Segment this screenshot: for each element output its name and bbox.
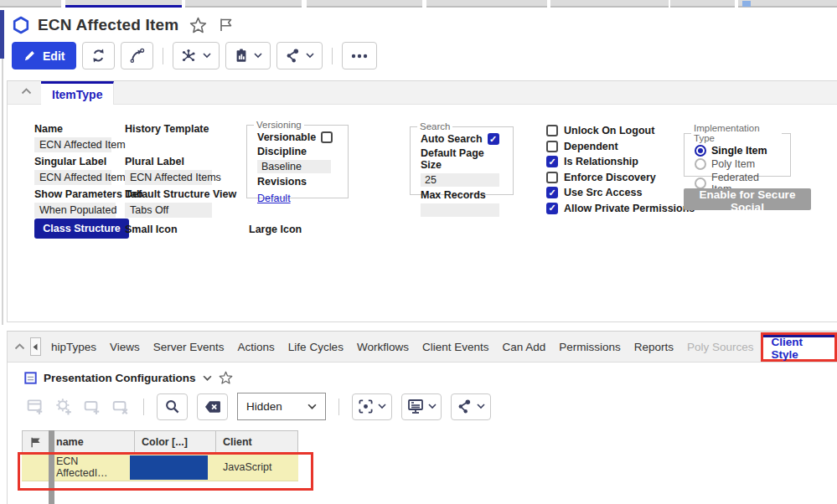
column-header-client[interactable]: Client	[216, 430, 298, 454]
top-tab[interactable]	[550, 0, 669, 8]
column-header-name[interactable]: name	[49, 430, 135, 454]
allow-private-permissions-checkbox[interactable]	[546, 203, 558, 214]
field-small-icon: Small Icon	[125, 224, 178, 235]
toolbar-separator	[338, 399, 339, 415]
discipline-value[interactable]: Baseline	[257, 160, 331, 173]
class-structure-button[interactable]: Class Structure	[34, 219, 129, 239]
field-name: Name ECN Affected Item	[34, 123, 111, 152]
row-color-cell[interactable]	[135, 454, 216, 481]
left-accent-bar	[0, 10, 4, 59]
federated-item-radio[interactable]	[695, 177, 706, 189]
toolbar-separator	[332, 48, 333, 64]
row-client-cell[interactable]: JavaScript	[216, 454, 298, 481]
tab-workflows[interactable]: Workflows	[350, 341, 416, 353]
more-actions-button[interactable]	[342, 42, 377, 69]
color-swatch	[130, 455, 208, 480]
top-tab[interactable]	[185, 0, 302, 8]
radio-row: Poly Item	[695, 158, 782, 170]
flag-column-header[interactable]	[22, 430, 49, 454]
clear-search-button[interactable]	[197, 393, 228, 420]
form-tab-strip: ItemType	[8, 81, 837, 105]
reports-menu-button[interactable]	[225, 42, 271, 69]
tab-scroll-left-button[interactable]	[30, 337, 41, 356]
tab-relationshiptypes[interactable]: hipTypes	[44, 341, 103, 353]
structure-view-value[interactable]: Tabs Off	[125, 203, 212, 218]
tab-reports[interactable]: Reports	[628, 341, 680, 353]
unlock-on-logout-checkbox[interactable]	[546, 125, 558, 136]
max-records-value[interactable]	[421, 203, 499, 217]
display-menu-button[interactable]	[401, 393, 442, 420]
field-plural-label: Plural Label ECN Affected Items	[125, 156, 212, 185]
structure-menu-button[interactable]	[173, 42, 220, 69]
itemtype-form-pane: ItemType Name ECN Affected Item History …	[7, 80, 837, 322]
collapse-relationships-chevron-up-icon[interactable]	[14, 343, 25, 350]
top-tab[interactable]	[426, 0, 547, 8]
relationships-pane: hipTypes Views Server Events Actions Lif…	[7, 331, 837, 504]
use-src-access-checkbox[interactable]	[546, 187, 558, 198]
tab-poly-sources[interactable]: Poly Sources	[680, 341, 761, 353]
top-tab[interactable]	[0, 0, 61, 8]
collapse-form-chevron-up-icon[interactable]	[21, 88, 32, 95]
tab-views[interactable]: Views	[103, 341, 147, 353]
toolbar-separator	[163, 48, 163, 64]
chevron-down-icon	[477, 404, 485, 409]
promote-button[interactable]	[121, 42, 153, 69]
chevron-down-icon	[203, 53, 211, 59]
is-relationship-checkbox[interactable]	[546, 156, 558, 167]
tab-server-events[interactable]: Server Events	[147, 341, 231, 353]
page-title: ECN Affected Item	[38, 16, 178, 34]
revisions-default-link[interactable]: Default	[257, 193, 291, 204]
configure-grid-button[interactable]	[54, 398, 74, 415]
hidden-filter-select[interactable]: Hidden	[237, 393, 326, 420]
enable-secure-social-button[interactable]: Enable for Secure Social	[684, 188, 811, 210]
column-header-color[interactable]: Color [...]	[135, 430, 216, 454]
tab-can-add[interactable]: Can Add	[495, 341, 552, 353]
delete-row-button[interactable]	[111, 398, 131, 415]
edit-button[interactable]: Edit	[12, 42, 76, 69]
poly-item-radio[interactable]	[695, 158, 706, 170]
name-value[interactable]: ECN Affected Item	[34, 137, 111, 152]
single-item-radio[interactable]	[695, 145, 706, 157]
item-header: ECN Affected Item	[12, 16, 235, 34]
tab-actions[interactable]: Actions	[231, 341, 282, 353]
flag-icon[interactable]	[218, 17, 235, 33]
tab-life-cycles[interactable]: Life Cycles	[282, 341, 350, 353]
grid-data-row[interactable]: ECN AffectedI… JavaScript	[22, 454, 298, 481]
row-name-cell[interactable]: ECN AffectedI…	[49, 454, 135, 481]
field-default-structure-view: Default Structure View Tabs Off	[125, 188, 236, 218]
default-page-size-value[interactable]: 25	[421, 173, 499, 187]
top-tab-active[interactable]	[65, 0, 182, 8]
row-flag-cell[interactable]	[22, 454, 49, 481]
show-parameters-value[interactable]: When Populated	[34, 203, 116, 218]
grid-title-chevron-down-icon[interactable]	[203, 375, 212, 382]
tab-client-style[interactable]: Client Style	[763, 335, 834, 359]
select-mode-menu-button[interactable]	[352, 393, 392, 420]
enforce-discovery-checkbox[interactable]	[546, 172, 558, 183]
add-row-button[interactable]	[26, 398, 45, 415]
add-related-button[interactable]	[83, 398, 102, 415]
tab-permissions[interactable]: Permissions	[552, 341, 628, 353]
singular-value[interactable]: ECN Affected Item	[34, 170, 111, 185]
top-tab[interactable]	[738, 0, 837, 8]
top-tab-favicon	[742, 1, 751, 7]
versioning-group: Versioning Versionable Discipline Baseli…	[246, 120, 349, 198]
auto-search-checkbox[interactable]	[488, 133, 499, 145]
versionable-checkbox[interactable]	[321, 131, 333, 143]
tab-client-events[interactable]: Client Events	[416, 341, 496, 353]
run-search-button[interactable]	[157, 393, 188, 420]
field-singular-label: Singular Label ECN Affected Item	[34, 156, 111, 185]
favorite-star-icon[interactable]	[189, 17, 207, 34]
tab-itemtype[interactable]: ItemType	[41, 81, 114, 105]
dependent-checkbox[interactable]	[546, 141, 558, 152]
column-drag-handle[interactable]	[49, 430, 54, 504]
top-tab[interactable]	[670, 0, 735, 8]
refresh-button[interactable]	[82, 42, 115, 69]
field-large-icon: Large Icon	[249, 224, 302, 235]
checkbox-row: Allow Private Permissions	[546, 203, 695, 214]
plural-value[interactable]: ECN Affected Items	[125, 170, 212, 185]
top-tab[interactable]	[307, 0, 422, 8]
grid-share-menu-button[interactable]	[451, 393, 491, 420]
share-menu-button[interactable]	[276, 42, 323, 69]
grid-favorite-star-icon[interactable]	[219, 371, 233, 385]
main-toolbar: Edit	[12, 42, 377, 69]
